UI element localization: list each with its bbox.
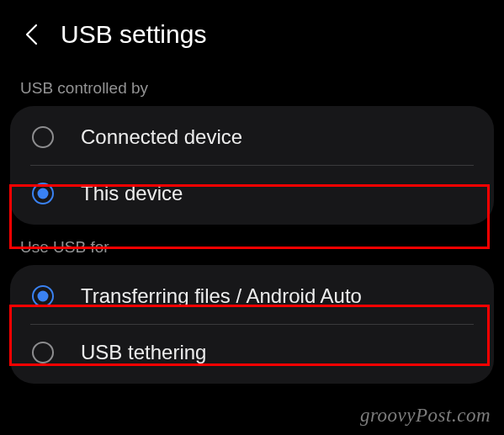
header: USB settings xyxy=(0,0,504,66)
watermark: groovyPost.com xyxy=(360,405,491,427)
radio-checked-icon xyxy=(30,181,56,206)
radio-checked-icon xyxy=(30,284,56,309)
card-controlled-by: Connected device This device xyxy=(10,106,494,225)
radio-unchecked-icon xyxy=(30,125,56,150)
option-label: Transferring files / Android Auto xyxy=(81,284,362,308)
option-label: Connected device xyxy=(81,125,242,149)
svg-point-2 xyxy=(38,188,49,199)
option-connected-device[interactable]: Connected device xyxy=(10,109,494,165)
svg-point-5 xyxy=(33,342,53,363)
section-label-use-for: Use USB for xyxy=(0,225,504,265)
svg-point-4 xyxy=(38,291,49,302)
option-label: USB tethering xyxy=(81,341,206,364)
option-transferring-files[interactable]: Transferring files / Android Auto xyxy=(10,268,494,324)
card-use-for: Transferring files / Android Auto USB te… xyxy=(10,265,494,384)
svg-point-0 xyxy=(33,127,53,147)
section-label-controlled-by: USB controlled by xyxy=(0,66,504,106)
option-label: This device xyxy=(81,182,183,205)
radio-unchecked-icon xyxy=(30,340,56,365)
page-title: USB settings xyxy=(61,20,206,49)
option-usb-tethering[interactable]: USB tethering xyxy=(10,325,494,380)
back-icon[interactable] xyxy=(20,23,44,46)
option-this-device[interactable]: This device xyxy=(10,166,494,221)
